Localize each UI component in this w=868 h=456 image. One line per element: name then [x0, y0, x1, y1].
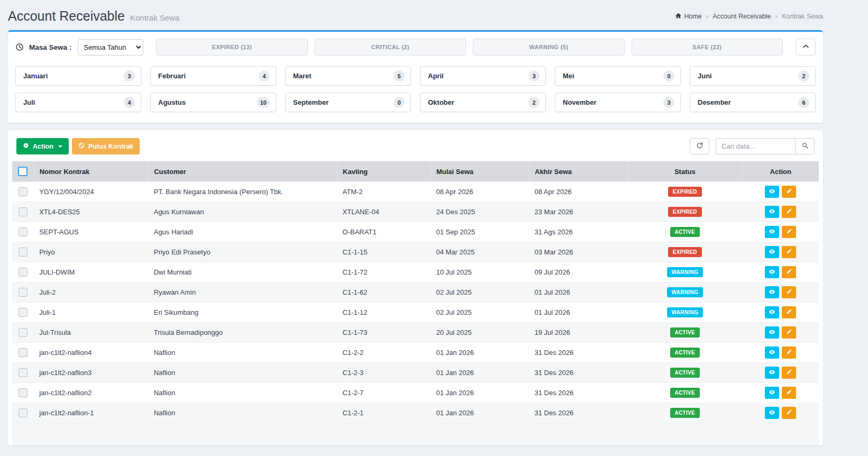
cell-kavling: C1-1-15: [337, 242, 431, 262]
status-filter-button[interactable]: SAFE (22): [632, 39, 783, 56]
view-button[interactable]: [765, 266, 779, 278]
cell-nomor-kontrak: XTL4-DES25: [34, 202, 149, 222]
search-icon: [801, 142, 809, 151]
view-button[interactable]: [765, 326, 779, 339]
table-row: Priyo Priyo Edi Prasetyo C1-1-15 04 Mar …: [12, 242, 819, 262]
month-card[interactable]: Desember 6: [690, 93, 816, 112]
row-checkbox[interactable]: [19, 368, 28, 377]
month-label: Oktober: [428, 98, 454, 106]
table-row: jan-c1lt2-naflion2 Naflion C1-2-7 01 Jan…: [12, 383, 819, 403]
title-wrap: Account Receivable Kontrak Sewa: [8, 8, 179, 24]
eye-icon: [769, 208, 775, 216]
edit-button[interactable]: [782, 326, 796, 339]
row-checkbox[interactable]: [19, 268, 28, 277]
select-all-checkbox[interactable]: [18, 167, 28, 176]
col-header-akhir-sewa[interactable]: Akhir Sewa: [529, 161, 628, 182]
edit-icon: [786, 288, 792, 296]
cell-kavling: C1-1-12: [337, 303, 431, 323]
edit-button[interactable]: [782, 286, 796, 298]
cell-action: [742, 242, 819, 262]
col-header-status[interactable]: Status: [628, 161, 743, 182]
status-filter-button[interactable]: EXPIRED (13): [156, 39, 307, 56]
cell-action: [742, 262, 819, 282]
cell-mulai-sewa: 02 Jul 2025: [431, 303, 529, 323]
edit-button[interactable]: [782, 246, 796, 258]
breadcrumb-account-receivable[interactable]: Account Receivable: [712, 13, 771, 20]
edit-button[interactable]: [782, 407, 796, 419]
view-button[interactable]: [765, 186, 779, 198]
month-card[interactable]: Januari 3: [15, 66, 141, 86]
cell-akhir-sewa: 01 Jul 2026: [529, 303, 628, 323]
cell-action: [742, 323, 819, 343]
row-checkbox[interactable]: [19, 207, 28, 216]
cell-status: ACTIVE: [628, 363, 743, 383]
cell-status: WARNING: [628, 282, 743, 303]
edit-button[interactable]: [782, 226, 796, 238]
edit-button[interactable]: [782, 266, 796, 278]
month-card[interactable]: Oktober 2: [420, 93, 546, 112]
cell-nomor-kontrak: JULI-DWIM: [34, 262, 149, 282]
row-checkbox[interactable]: [19, 288, 28, 297]
view-button[interactable]: [765, 387, 779, 399]
month-card[interactable]: Maret 5: [285, 66, 411, 86]
month-card[interactable]: April 3: [420, 66, 546, 86]
row-checkbox[interactable]: [19, 187, 28, 196]
cell-akhir-sewa: 01 Jul 2026: [529, 282, 628, 303]
edit-button[interactable]: [782, 306, 796, 318]
eye-icon: [769, 389, 775, 397]
view-button[interactable]: [765, 346, 779, 359]
refresh-button[interactable]: [690, 138, 709, 154]
view-button[interactable]: [765, 306, 779, 318]
col-header-kavling[interactable]: Kavling: [337, 161, 431, 182]
collapse-button[interactable]: [796, 39, 816, 56]
clock-icon: [15, 43, 24, 51]
status-badge: ACTIVE: [670, 368, 700, 378]
edit-button[interactable]: [782, 346, 796, 359]
cell-select: [12, 343, 34, 363]
view-button[interactable]: [765, 226, 779, 238]
edit-button[interactable]: [782, 367, 796, 379]
view-button[interactable]: [765, 407, 779, 419]
cell-select: [12, 303, 34, 323]
month-card[interactable]: Mei 0: [555, 66, 681, 86]
month-card[interactable]: Juni 2: [690, 66, 816, 86]
action-dropdown-button[interactable]: Action: [16, 138, 69, 154]
month-card[interactable]: Agustus 10: [150, 93, 276, 112]
year-select[interactable]: Semua Tahun: [78, 39, 143, 56]
status-filter-button[interactable]: WARNING (5): [473, 39, 624, 56]
breadcrumb-home[interactable]: Home: [675, 12, 701, 21]
view-button[interactable]: [765, 286, 779, 298]
col-header-nomor-kontrak[interactable]: Nomor Kontrak: [34, 161, 149, 182]
status-badge: EXPIRED: [668, 247, 702, 257]
row-checkbox[interactable]: [19, 348, 28, 357]
row-checkbox[interactable]: [19, 227, 28, 236]
col-header-mulai-sewa[interactable]: Mulai Sewa: [431, 161, 529, 182]
view-button[interactable]: [765, 246, 779, 258]
edit-button[interactable]: [782, 387, 796, 399]
month-card[interactable]: Februari 4: [150, 66, 276, 86]
breadcrumb-home-label: Home: [684, 13, 701, 20]
cell-kavling: C1-1-73: [337, 323, 431, 343]
search-button[interactable]: [795, 138, 815, 154]
month-card[interactable]: September 0: [285, 93, 411, 112]
cell-select: [12, 202, 34, 222]
search-input[interactable]: [716, 138, 795, 154]
row-checkbox[interactable]: [19, 328, 28, 337]
putus-kontrak-button[interactable]: Putus Kontrak: [72, 138, 140, 154]
row-checkbox[interactable]: [19, 408, 28, 417]
cell-nomor-kontrak: Priyo: [34, 242, 149, 262]
view-button[interactable]: [765, 206, 779, 218]
status-badge: EXPIRED: [668, 187, 702, 197]
month-card[interactable]: Juli 4: [15, 93, 141, 112]
row-checkbox[interactable]: [19, 388, 28, 397]
row-checkbox[interactable]: [19, 248, 28, 257]
edit-button[interactable]: [782, 206, 796, 218]
status-filter-button[interactable]: CRITICAL (2): [315, 39, 466, 56]
view-button[interactable]: [765, 367, 779, 379]
edit-button[interactable]: [782, 186, 796, 198]
cell-customer: Naflion: [149, 403, 337, 423]
col-header-customer[interactable]: Customer: [149, 161, 337, 182]
month-label: Februari: [158, 72, 186, 80]
row-checkbox[interactable]: [19, 308, 28, 317]
month-card[interactable]: November 3: [555, 93, 681, 112]
